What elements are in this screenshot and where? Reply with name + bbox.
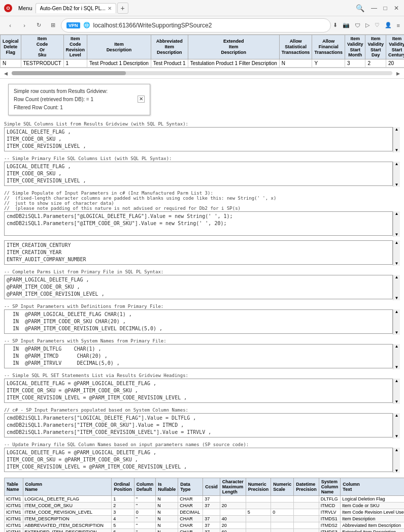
textbox-0[interactable]: [4, 127, 393, 151]
scroll-down-btn-3[interactable]: ▼: [393, 261, 400, 266]
scrollbar-5[interactable]: ▲▼: [393, 309, 400, 335]
forward-button[interactable]: ›: [18, 19, 30, 32]
table-cell: ICITM1: [5, 522, 23, 529]
table-cell: '': [134, 522, 156, 529]
new-tab-button[interactable]: +: [117, 3, 128, 14]
globe-icon: 🌐: [83, 22, 90, 28]
scrollbar-1[interactable]: ▲▼: [393, 162, 400, 187]
scrollbar-0[interactable]: ▲▼: [393, 127, 400, 152]
split-view-button[interactable]: ⊞: [47, 19, 59, 32]
menu-button[interactable]: Menu: [15, 4, 36, 12]
horizontal-scrollbar[interactable]: ◂ ▸: [0, 68, 404, 79]
table-cell: Item Description: [341, 516, 404, 522]
scrollbar-6[interactable]: ▲▼: [393, 344, 400, 369]
col-nullable: IsNullable: [156, 478, 178, 496]
scrollbar-9[interactable]: ▲▼: [393, 448, 400, 473]
active-tab[interactable]: Auto-Gen Db2 for i SQL PL... ✕: [36, 3, 116, 13]
profile-icon: 👤: [385, 22, 392, 28]
scroll-down-btn-5[interactable]: ▼: [393, 330, 400, 335]
scroll-up-btn-1[interactable]: ▲: [393, 162, 400, 166]
scroll-up-btn-0[interactable]: ▲: [393, 127, 400, 132]
table-cell: '': [134, 529, 156, 532]
scrollbar-8[interactable]: ▲▼: [393, 413, 400, 439]
table-cell: [203, 509, 220, 516]
table-cell: 4: [112, 516, 134, 522]
minimize-button[interactable]: —: [371, 5, 378, 12]
textbox-2[interactable]: [4, 211, 393, 236]
table-cell: CHAR: [178, 496, 203, 503]
textbox-7[interactable]: [4, 379, 393, 403]
table-cell: 5: [246, 509, 271, 516]
address-bar[interactable]: VPN 🌐 localhost:61366/WriteSupportingSPS…: [61, 18, 331, 33]
scroll-right-arrow[interactable]: ▸: [394, 69, 402, 77]
table-cell: N: [156, 529, 178, 532]
row-count-popup: Simple row counts from Results Gridview:…: [8, 84, 150, 115]
textbox-group-0: Simple SQL Columns List from Results Gri…: [0, 120, 404, 153]
col-column-name: ColumnName: [23, 478, 112, 496]
textbox-5[interactable]: [4, 309, 393, 334]
scroll-down-btn-6[interactable]: ▼: [393, 365, 400, 369]
scroll-up-btn-2[interactable]: ▲: [393, 211, 400, 216]
scroll-up-btn-6[interactable]: ▲: [393, 344, 400, 349]
back-button[interactable]: ‹: [4, 19, 16, 32]
scrollbar-4[interactable]: ▲▼: [393, 275, 400, 300]
scroll-down-btn-7[interactable]: ▼: [393, 399, 400, 404]
menu-icon[interactable]: ≡: [397, 22, 400, 28]
table-cell: 0: [271, 509, 294, 516]
table-cell: [271, 529, 294, 532]
close-button[interactable]: ✕: [393, 5, 400, 12]
maximize-button[interactable]: □: [382, 5, 389, 12]
scrollbar-2[interactable]: ▲▼: [393, 211, 400, 237]
table-cell: [294, 496, 319, 503]
tab-close-button[interactable]: ✕: [108, 6, 112, 11]
textbox-1[interactable]: [4, 162, 393, 186]
table-row: ICITM1ABBREVIATED_ITEM_DESCRIPTION5''NCH…: [5, 522, 405, 529]
bottom-table-container: TableName ColumnName OrdinalPosition Col…: [0, 476, 404, 532]
scroll-down-btn-4[interactable]: ▼: [393, 296, 400, 300]
scrollbar-7[interactable]: ▲▼: [393, 379, 400, 404]
scroll-down-btn-0[interactable]: ▼: [393, 148, 400, 152]
textbox-4[interactable]: [4, 275, 393, 299]
table-cell: ITEM_DESCRIPTION: [23, 516, 112, 522]
textbox-group-4: -- Complete Parms List from Primary File…: [0, 268, 404, 301]
scroll-up-btn-5[interactable]: ▲: [393, 309, 400, 314]
scroll-down-btn-1[interactable]: ▼: [393, 182, 400, 187]
table-cell: N: [1, 59, 21, 68]
popup-close-icon[interactable]: ✕: [138, 96, 145, 103]
scrollbar-3[interactable]: ▲▼: [393, 240, 400, 266]
scroll-track[interactable]: [12, 71, 392, 75]
table-row: ICITM1ITEM_CODE_OR_SKU2''NCHAR3720ITMCDI…: [5, 503, 405, 509]
table-cell: 3: [345, 59, 365, 68]
table-cell: '': [134, 496, 156, 503]
popup-title: Simple row counts from Results Gridview:: [14, 87, 145, 96]
table-cell: [246, 503, 271, 509]
table-cell: ICITM1: [5, 516, 23, 522]
textbox-label-2: // Simple Populate of Input Parameters i…: [4, 191, 400, 211]
title-bar-right: 🔍 — □ ✕: [356, 4, 400, 12]
bottom-table-header-row: TableName ColumnName OrdinalPosition Col…: [5, 478, 405, 496]
scroll-down-btn-2[interactable]: ▼: [393, 232, 400, 237]
col-table-name: TableName: [5, 478, 23, 496]
refresh-button[interactable]: ↻: [32, 19, 45, 32]
col-default: ColumnDefault: [134, 478, 156, 496]
textbox-label-4: -- Complete Parms List from Primary File…: [4, 269, 400, 274]
textbox-3[interactable]: [4, 240, 393, 265]
col-numeric-prec: NumericPrecision: [246, 478, 271, 496]
textbox-8[interactable]: [4, 413, 393, 437]
results-grid[interactable]: LogicalDeleteFlag ItemCodeOrSku ItemCode…: [0, 35, 404, 68]
table-cell: CHAR: [178, 516, 203, 522]
search-icon[interactable]: 🔍: [356, 4, 364, 12]
table-cell: Test Product 1: [151, 59, 188, 68]
scroll-up-btn-3[interactable]: ▲: [393, 240, 400, 245]
scroll-up-btn-9[interactable]: ▲: [393, 448, 400, 452]
scroll-up-btn-7[interactable]: ▲: [393, 379, 400, 383]
textbox-9[interactable]: [4, 448, 393, 472]
scroll-up-btn-4[interactable]: ▲: [393, 275, 400, 279]
scroll-left-arrow[interactable]: ◂: [2, 69, 10, 77]
scroll-up-btn-8[interactable]: ▲: [393, 413, 400, 418]
scroll-down-btn-8[interactable]: ▼: [393, 434, 400, 439]
scroll-down-btn-9[interactable]: ▼: [393, 468, 400, 473]
table-cell: Abbreviated Item Description: [341, 522, 404, 529]
textbox-label-7: -- Simple SQL PL SET Statements List via…: [4, 373, 400, 378]
textbox-6[interactable]: [4, 344, 393, 368]
